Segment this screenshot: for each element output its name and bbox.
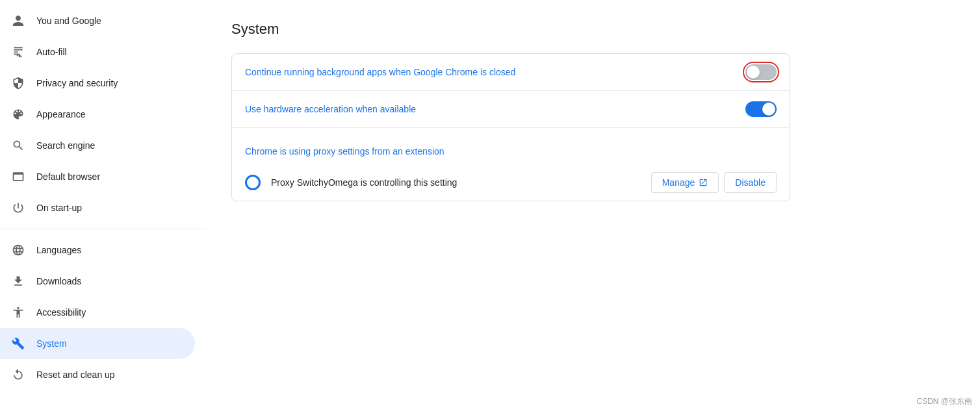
proxy-omega-row: Proxy SwitchyOmega is controlling this s… <box>232 164 790 201</box>
disable-button[interactable]: Disable <box>724 172 777 193</box>
sidebar-item-label: Downloads <box>36 276 81 286</box>
page-title: System <box>231 21 954 38</box>
sidebar-item-downloads[interactable]: Downloads <box>0 266 195 297</box>
open-external-icon <box>699 178 708 187</box>
sidebar-item-label: Languages <box>36 245 81 255</box>
browser-icon <box>10 169 26 184</box>
toggle-track-on <box>745 101 777 117</box>
toggle-track-off <box>745 64 777 80</box>
globe-icon <box>10 242 26 258</box>
sidebar-item-label: Default browser <box>36 171 100 182</box>
main-content: System Continue running background apps … <box>205 0 980 415</box>
sidebar-item-label: System <box>36 338 67 349</box>
sidebar-item-label: On start-up <box>36 203 82 213</box>
sidebar-item-label: Accessibility <box>36 307 86 318</box>
background-apps-row: Continue running background apps when Go… <box>232 54 790 91</box>
hardware-acceleration-toggle[interactable] <box>745 101 777 117</box>
proxy-settings-row: Chrome is using proxy settings from an e… <box>232 128 790 164</box>
sidebar-item-label: Auto-fill <box>36 47 67 57</box>
sidebar-item-label: Search engine <box>36 140 95 151</box>
proxy-settings-label: Chrome is using proxy settings from an e… <box>245 146 777 157</box>
sidebar-item-on-startup[interactable]: On start-up <box>0 192 195 223</box>
toggle-thumb <box>762 103 775 116</box>
download-icon <box>10 273 26 289</box>
sidebar-item-reset-cleanup[interactable]: Reset and clean up <box>0 359 195 390</box>
hardware-acceleration-label: Use hardware acceleration when available <box>245 104 745 114</box>
sidebar-item-system[interactable]: System <box>0 328 195 359</box>
accessibility-icon <box>10 305 26 320</box>
disable-label: Disable <box>735 177 766 188</box>
proxy-omega-text: Proxy SwitchyOmega is controlling this s… <box>271 177 641 188</box>
manage-label: Manage <box>662 177 695 188</box>
palette-icon <box>10 107 26 122</box>
sidebar-divider <box>0 229 205 229</box>
autofill-icon <box>10 44 26 60</box>
watermark: CSDN @张东南 <box>916 396 972 407</box>
manage-button[interactable]: Manage <box>651 172 719 193</box>
person-icon <box>10 13 26 29</box>
system-settings-card: Continue running background apps when Go… <box>231 53 790 201</box>
background-apps-toggle[interactable] <box>745 64 777 80</box>
sidebar-item-label: Appearance <box>36 109 86 119</box>
background-apps-label: Continue running background apps when Go… <box>245 67 745 77</box>
sidebar-item-label: Reset and clean up <box>36 370 115 380</box>
hardware-acceleration-row: Use hardware acceleration when available <box>232 91 790 128</box>
sidebar-item-label: You and Google <box>36 16 101 26</box>
proxy-actions: Manage Disable <box>651 172 777 193</box>
sidebar-item-languages[interactable]: Languages <box>0 234 195 266</box>
sidebar-item-search-engine[interactable]: Search engine <box>0 130 195 161</box>
sidebar-item-label: Privacy and security <box>36 78 118 88</box>
sidebar-item-accessibility[interactable]: Accessibility <box>0 297 195 328</box>
proxy-switchy-omega-icon <box>245 175 261 190</box>
sidebar-item-default-browser[interactable]: Default browser <box>0 161 195 192</box>
sidebar-item-autofill[interactable]: Auto-fill <box>0 36 195 68</box>
sidebar-item-privacy-security[interactable]: Privacy and security <box>0 68 195 99</box>
wrench-icon <box>10 336 26 351</box>
toggle-thumb <box>747 66 760 79</box>
sidebar-item-appearance[interactable]: Appearance <box>0 99 195 130</box>
shield-icon <box>10 75 26 91</box>
reset-icon <box>10 367 26 383</box>
power-icon <box>10 200 26 216</box>
search-icon <box>10 138 26 153</box>
sidebar-item-you-and-google[interactable]: You and Google <box>0 5 195 36</box>
settings-sidebar: You and Google Auto-fill Privacy and sec… <box>0 0 205 415</box>
